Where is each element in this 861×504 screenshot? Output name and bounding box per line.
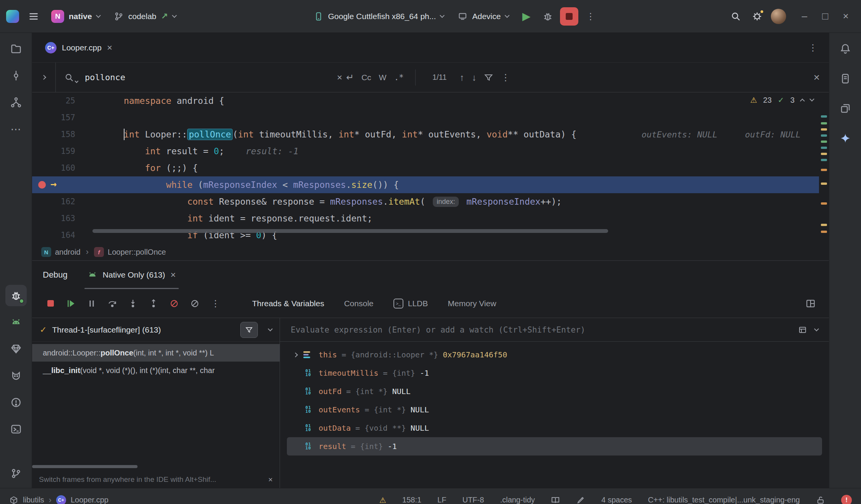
add-watch-icon[interactable]: [798, 325, 807, 334]
variable-row-this[interactable]: this = {android::Looper *} 0x7967aa146f5…: [287, 346, 822, 364]
gutter[interactable]: 157: [32, 109, 91, 126]
chevron-down-icon[interactable]: [814, 326, 819, 331]
match-case-toggle[interactable]: Cc: [358, 71, 375, 84]
stop-debug-button[interactable]: [42, 295, 59, 312]
hamburger-menu-button[interactable]: [24, 7, 43, 26]
variable-row-result[interactable]: 0110result = {int} -1: [287, 437, 822, 456]
chevron-up-icon[interactable]: [800, 99, 805, 103]
frames-scrollbar[interactable]: [32, 465, 138, 468]
line-separator[interactable]: LF: [437, 496, 446, 504]
thread-selector[interactable]: ✓ Thread-1-[surfaceflinger] (613): [32, 318, 280, 342]
tab-options-button[interactable]: ⋮: [804, 39, 822, 57]
debug-more-button[interactable]: ⋮: [207, 295, 224, 312]
clear-search-button[interactable]: ×: [337, 73, 342, 82]
caret-position[interactable]: 158:1: [402, 496, 421, 504]
newline-button[interactable]: ↵: [342, 70, 358, 85]
highlighting-level-button[interactable]: [576, 496, 585, 504]
code-line-25[interactable]: 25namespace android {: [32, 92, 829, 109]
variable-row-outData[interactable]: 0110outData = {void **} NULL: [287, 419, 822, 437]
sidebar-item-debug[interactable]: [5, 285, 27, 306]
stripe-mark[interactable]: [821, 159, 827, 161]
project-selector[interactable]: N native: [46, 7, 105, 26]
find-input[interactable]: [85, 73, 337, 82]
stripe-mark[interactable]: [821, 134, 827, 137]
pause-button[interactable]: [83, 295, 100, 312]
gutter[interactable]: 164: [32, 227, 91, 244]
filter-frames-button[interactable]: [240, 322, 258, 338]
find-search-icon-group[interactable]: [64, 73, 78, 82]
toolbar-more-button[interactable]: ⋮: [581, 7, 600, 26]
stack-frame[interactable]: __libc_init(void *, void (*)(), int (*)(…: [32, 362, 280, 379]
statusbar-module[interactable]: libutils: [23, 496, 44, 504]
chevron-down-icon[interactable]: [809, 97, 814, 102]
filter-search-button[interactable]: [480, 71, 497, 84]
sidebar-item-logcat[interactable]: [5, 365, 27, 386]
run-button[interactable]: ▶: [517, 7, 536, 26]
cpp-toolchain[interactable]: C++: libutils_test_compile|...unk_stagin…: [648, 496, 800, 504]
file-encoding[interactable]: UTF-8: [462, 496, 484, 504]
stripe-mark[interactable]: [821, 147, 827, 149]
step-over-button[interactable]: [104, 295, 121, 312]
expand-replace-button[interactable]: [32, 63, 56, 92]
dismiss-hint-button[interactable]: ×: [268, 476, 273, 483]
tab-memory-view[interactable]: Memory View: [448, 299, 496, 308]
breadcrumb-function[interactable]: f Looper::pollOnce: [94, 247, 166, 257]
sidebar-item-version-control[interactable]: [5, 463, 27, 484]
sidebar-item-problems[interactable]: [5, 392, 27, 413]
stripe-mark[interactable]: [821, 183, 827, 185]
stripe-mark[interactable]: [821, 231, 827, 233]
variable-row-timeoutMillis[interactable]: 0110timeoutMillis = {int} -1: [287, 364, 822, 382]
stripe-mark[interactable]: [821, 153, 827, 155]
minimize-button[interactable]: –: [795, 7, 814, 26]
resume-button[interactable]: [63, 295, 79, 312]
evaluate-input[interactable]: [291, 325, 790, 334]
variable-row-outFd[interactable]: 0110outFd = {int *} NULL: [287, 382, 822, 401]
next-match-button[interactable]: ↓: [468, 71, 480, 84]
tab-threads-variables[interactable]: Threads & Variables: [252, 299, 324, 308]
stack-frame[interactable]: android::Looper::pollOnce(int, int *, in…: [32, 344, 280, 362]
stripe-mark[interactable]: [821, 202, 827, 205]
stripe-mark[interactable]: [821, 169, 827, 171]
mute-breakpoints-button[interactable]: [166, 295, 183, 312]
debug-button[interactable]: [539, 7, 557, 26]
code-line-157[interactable]: 157: [32, 109, 829, 126]
code-line-163[interactable]: 163 int ident = response.request.ident;: [32, 210, 829, 227]
breakpoint-icon[interactable]: [38, 181, 46, 189]
whole-words-toggle[interactable]: W: [375, 71, 390, 84]
sidebar-item-structure[interactable]: [5, 92, 27, 113]
search-everywhere-button[interactable]: [727, 7, 745, 26]
code-editor[interactable]: 25namespace android {157158int Looper::p…: [32, 92, 829, 244]
debug-session-tab[interactable]: Native Only (613) ×: [84, 261, 179, 289]
warning-icon[interactable]: ⚠: [379, 496, 386, 504]
code-line-159[interactable]: 159 int result = 0;result: -1: [32, 143, 829, 160]
sidebar-item-commit[interactable]: [5, 65, 27, 86]
settings-button[interactable]: [748, 7, 766, 26]
layout-settings-button[interactable]: [802, 295, 819, 312]
stripe-mark[interactable]: [821, 115, 827, 118]
sidebar-item-resource-manager[interactable]: [835, 98, 856, 119]
reader-mode-button[interactable]: [551, 496, 560, 504]
tab-console[interactable]: Console: [344, 299, 374, 308]
sidebar-item-device-explorer[interactable]: [835, 68, 856, 89]
step-out-button[interactable]: [145, 295, 162, 312]
fatal-error-indicator[interactable]: !: [841, 495, 852, 504]
lock-button[interactable]: [816, 496, 825, 504]
gutter[interactable]: 158: [32, 126, 91, 143]
indent-config[interactable]: 4 spaces: [601, 496, 632, 504]
regex-toggle[interactable]: .*: [390, 71, 408, 84]
error-stripe[interactable]: [819, 92, 829, 244]
search-options-button[interactable]: ⋮: [497, 71, 514, 84]
horizontal-scrollbar[interactable]: [92, 229, 608, 233]
stripe-mark[interactable]: [821, 224, 827, 226]
gutter[interactable]: 163: [32, 210, 91, 227]
previous-match-button[interactable]: ↑: [456, 71, 468, 84]
stripe-mark[interactable]: [821, 122, 827, 124]
chevron-down-icon[interactable]: [268, 326, 273, 331]
expand-chevron-icon[interactable]: [293, 352, 298, 357]
sidebar-item-gemini[interactable]: [835, 128, 856, 149]
gutter[interactable]: 159: [32, 143, 91, 160]
run-config-selector[interactable]: Adevice: [452, 8, 514, 24]
branch-selector[interactable]: codelab ↗: [108, 8, 181, 24]
sidebar-item-terminal[interactable]: [5, 418, 27, 440]
disable-tracking-button[interactable]: [186, 295, 203, 312]
